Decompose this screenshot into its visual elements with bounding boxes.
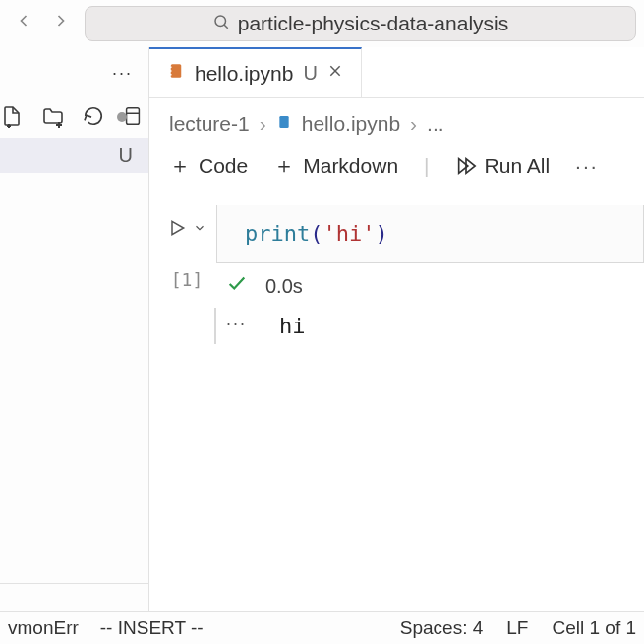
code-token-paren: ) — [375, 221, 387, 246]
code-token-paren: ( — [310, 221, 322, 246]
add-code-cell-button[interactable]: ＋ Code — [169, 151, 248, 181]
explorer-sidebar: ··· U — [0, 47, 149, 611]
svg-rect-6 — [127, 108, 140, 125]
svg-rect-9 — [169, 67, 171, 69]
execution-count: [1] — [171, 252, 204, 290]
success-check-icon — [226, 272, 248, 300]
breadcrumb-tail[interactable]: ... — [427, 112, 444, 136]
search-icon — [212, 12, 230, 35]
file-status-badge: U — [119, 145, 133, 167]
explorer-more-icon[interactable]: ··· — [112, 63, 133, 84]
run-all-label: Run All — [485, 154, 551, 178]
plus-icon: ＋ — [169, 151, 191, 181]
file-tree-item[interactable]: U — [0, 138, 148, 173]
run-all-button[interactable]: Run All — [455, 154, 551, 178]
code-cell-editor[interactable]: print('hi') — [216, 205, 644, 263]
address-bar[interactable]: particle-physics-data-analysis — [85, 6, 636, 41]
toolbar-more-icon[interactable]: ··· — [575, 154, 599, 178]
close-tab-icon[interactable] — [327, 63, 343, 84]
status-indent[interactable]: Spaces: 4 — [400, 617, 484, 639]
nav-back-icon[interactable] — [14, 11, 33, 36]
notebook-icon — [276, 112, 292, 136]
tab-git-status: U — [303, 62, 317, 85]
status-left-1[interactable]: vmonErr — [8, 617, 79, 639]
cell-output-text: hi — [273, 314, 306, 338]
tab-filename: hello.ipynb — [195, 62, 293, 86]
editor-tab[interactable]: hello.ipynb U — [149, 47, 362, 97]
svg-rect-11 — [169, 74, 171, 76]
add-markdown-label: Markdown — [303, 154, 398, 178]
modified-dot-icon — [117, 112, 127, 122]
output-more-icon[interactable]: ··· — [226, 314, 273, 334]
svg-line-1 — [224, 25, 228, 29]
breadcrumb[interactable]: lecture-1 › hello.ipynb › ... — [149, 98, 644, 146]
svg-point-0 — [215, 16, 226, 27]
new-folder-icon[interactable] — [41, 104, 65, 128]
status-eol[interactable]: LF — [506, 617, 528, 639]
svg-rect-14 — [279, 116, 288, 128]
svg-marker-17 — [172, 221, 184, 234]
timeline-section[interactable] — [0, 583, 148, 611]
notebook-icon — [167, 61, 185, 86]
breadcrumb-folder[interactable]: lecture-1 — [169, 112, 250, 136]
status-bar: vmonErr -- INSERT -- Spaces: 4 LF Cell 1… — [0, 611, 644, 644]
execution-time: 0.0s — [265, 275, 303, 298]
outline-section[interactable] — [0, 556, 148, 583]
code-token-fn: print — [245, 221, 310, 246]
add-code-label: Code — [199, 154, 248, 178]
chevron-right-icon: › — [260, 112, 266, 136]
run-cell-icon[interactable] — [167, 218, 187, 242]
nav-forward-icon[interactable] — [51, 11, 71, 36]
address-bar-text: particle-physics-data-analysis — [238, 12, 508, 35]
status-vim-mode[interactable]: -- INSERT -- — [100, 617, 204, 639]
new-file-icon[interactable] — [0, 104, 24, 128]
run-all-icon — [455, 155, 477, 177]
status-cell-position[interactable]: Cell 1 of 1 — [552, 617, 636, 639]
code-token-string: 'hi' — [322, 221, 375, 246]
toolbar-divider: | — [424, 154, 429, 178]
add-markdown-cell-button[interactable]: ＋ Markdown — [273, 151, 398, 181]
svg-rect-10 — [169, 70, 171, 72]
plus-icon: ＋ — [273, 151, 295, 181]
chevron-right-icon: › — [410, 112, 417, 136]
run-cell-dropdown-icon[interactable] — [193, 218, 206, 242]
breadcrumb-file[interactable]: hello.ipynb — [302, 112, 400, 136]
svg-rect-8 — [171, 64, 182, 78]
refresh-icon[interactable] — [83, 105, 104, 127]
